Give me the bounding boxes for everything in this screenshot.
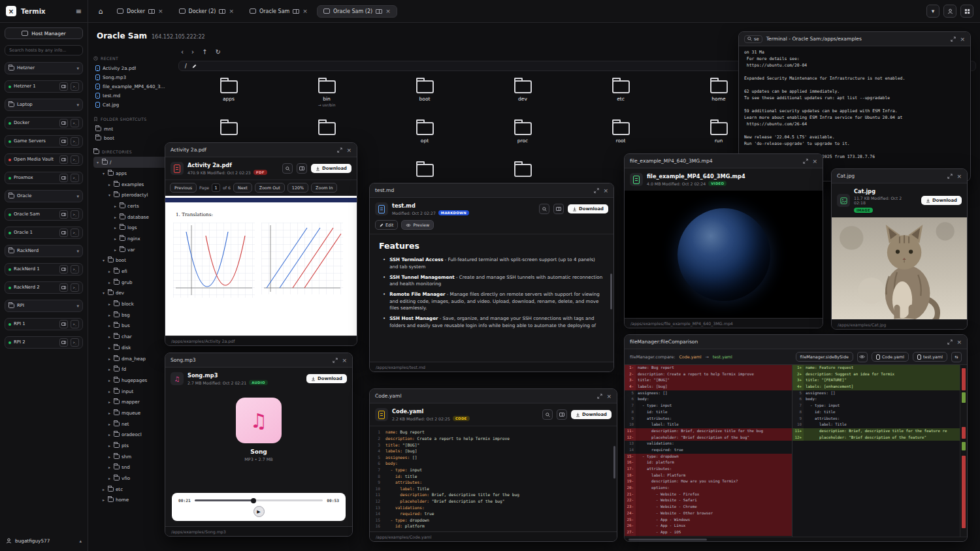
directory-tree-item[interactable]: ▸ net (93, 418, 169, 430)
back-icon[interactable]: ‹ (181, 48, 184, 55)
terminal-icon[interactable]: >_ (71, 82, 79, 91)
close-icon[interactable]: × (229, 8, 234, 14)
sidebar-row[interactable]: Open Media Vault ▾ >_ (5, 153, 83, 166)
directory-tree-item[interactable]: ▾ dev (93, 288, 169, 299)
split-icon[interactable] (219, 9, 225, 14)
close-icon[interactable]: × (302, 8, 308, 14)
chevron-down-icon[interactable]: ▾ (76, 249, 79, 254)
search-button[interactable] (282, 163, 293, 174)
chevron-icon[interactable]: ▸ (107, 182, 112, 187)
directory-tree-item[interactable]: ▸ vfio (93, 473, 169, 484)
zoom-out-button[interactable]: Zoom Out (255, 183, 285, 193)
sidebar-row[interactable]: RackNerd 2 ▾ >_ (5, 281, 83, 294)
download-button[interactable]: Download (921, 196, 962, 205)
terminal-icon[interactable]: >_ (71, 119, 79, 127)
tab-list-button[interactable]: ▾ (926, 5, 939, 18)
file-manager-icon[interactable] (59, 228, 68, 237)
chevron-down-icon[interactable]: ▾ (76, 194, 79, 199)
sidebar-row[interactable]: Oracle Sam ▾ >_ (5, 208, 83, 221)
close-icon[interactable]: × (812, 158, 817, 165)
panel-button[interactable] (557, 409, 567, 420)
search-button[interactable] (539, 204, 549, 214)
close-icon[interactable]: × (346, 147, 351, 153)
chevron-icon[interactable]: ▸ (107, 356, 112, 361)
file-manager-icon[interactable] (59, 119, 68, 127)
directory-tree-item[interactable]: ▸ block (93, 298, 169, 309)
chevron-icon[interactable]: ▸ (107, 454, 112, 459)
sidebar-row[interactable]: Laptop ▾ >_ (5, 99, 83, 111)
chevron-icon[interactable]: ▸ (107, 313, 112, 317)
side-by-side-button[interactable]: fileManager.sideBySide (796, 352, 853, 362)
sidebar-row[interactable]: RPI 1 ▾ >_ (5, 318, 83, 330)
recent-file-item[interactable]: test.md (93, 91, 169, 101)
horizontal-scrollbar[interactable] (625, 537, 967, 541)
expand-icon[interactable] (597, 394, 602, 399)
directory-tree-item[interactable]: ▸ pts (93, 440, 169, 451)
directory-tree-item[interactable]: ▸ home (93, 495, 169, 506)
up-icon[interactable]: ↑ (202, 48, 207, 55)
audio-titlebar[interactable]: Song.mp3 × (165, 353, 352, 368)
panel-button[interactable] (553, 204, 564, 214)
folder-item[interactable]: etc (572, 78, 670, 118)
expand-icon[interactable] (333, 358, 338, 363)
chevron-icon[interactable]: ▸ (101, 487, 106, 492)
home-tab-button[interactable]: ⌂ (93, 4, 108, 18)
markdown-titlebar[interactable]: test.md × (370, 183, 613, 198)
code-titlebar[interactable]: Code.yaml × (370, 389, 617, 403)
sidebar-row[interactable]: Game Servers ▾ >_ (5, 135, 83, 148)
chevron-icon[interactable]: ▸ (107, 367, 112, 371)
directory-tree-item[interactable]: ▸ grub (93, 277, 169, 288)
folder-item[interactable]: dev (474, 78, 572, 118)
close-icon[interactable]: × (956, 173, 962, 180)
close-icon[interactable]: × (606, 393, 612, 400)
diff-minimap[interactable] (960, 365, 967, 537)
sidebar-row[interactable]: RackNerd 1 ▾ >_ (5, 263, 83, 276)
close-icon[interactable]: × (342, 357, 347, 364)
chevron-icon[interactable]: ▸ (107, 323, 112, 328)
chevron-icon[interactable]: ▸ (101, 497, 106, 502)
terminal-search-input[interactable]: se (744, 35, 762, 43)
terminal-icon[interactable]: >_ (71, 228, 79, 237)
recent-file-item[interactable]: Cat.jpg (93, 101, 169, 110)
chevron-icon[interactable]: ▸ (107, 443, 112, 448)
pdf-titlebar[interactable]: Activity 2a.pdf × (165, 143, 357, 157)
chevron-icon[interactable]: ▸ (107, 411, 112, 415)
directory-tree-item[interactable]: ▸ shm (93, 451, 169, 462)
chevron-icon[interactable]: ▸ (113, 204, 118, 208)
close-icon[interactable]: × (956, 339, 962, 345)
scrollbar-thumb[interactable] (613, 446, 615, 479)
terminal-icon[interactable]: >_ (71, 155, 79, 164)
chevron-icon[interactable]: ▸ (107, 269, 112, 274)
host-manager-button[interactable]: Host Manager (5, 27, 83, 39)
open-left-file-button[interactable]: Code.yaml (872, 352, 909, 362)
download-button[interactable]: Download (571, 410, 612, 419)
split-icon[interactable] (293, 9, 299, 14)
apps-grid-button[interactable] (960, 5, 973, 18)
chevron-icon[interactable]: ▸ (107, 465, 112, 469)
chevron-icon[interactable]: ▾ (101, 171, 106, 176)
terminal-icon[interactable]: >_ (71, 265, 79, 274)
directory-tree-item[interactable]: ▸ logs (93, 222, 169, 233)
next-page-button[interactable]: Next (233, 183, 252, 193)
directory-tree-item[interactable]: ▾ apps (93, 168, 169, 179)
split-icon[interactable] (376, 9, 382, 14)
seek-slider[interactable] (195, 499, 323, 501)
chevron-icon[interactable]: ▸ (113, 247, 118, 252)
code-content[interactable]: 1 name: Bug report 2 description: Create… (370, 426, 617, 531)
directory-tree-item[interactable]: ▸ hugepages (93, 375, 169, 386)
toggle-view-button[interactable] (857, 352, 868, 362)
panel-button[interactable] (297, 163, 307, 174)
page-number-input[interactable]: 1 (212, 183, 220, 192)
file-manager-icon[interactable] (59, 155, 68, 164)
sidebar-row[interactable]: RPI ▾ >_ (5, 300, 83, 312)
chevron-icon[interactable]: ▸ (107, 422, 112, 426)
terminal-icon[interactable]: >_ (71, 320, 79, 328)
video-titlebar[interactable]: file_example_MP4_640_3MG.mp4 × (625, 154, 823, 168)
folder-item[interactable]: boot (376, 78, 474, 118)
directory-tree-item[interactable]: ▸ fd (93, 364, 169, 375)
image-content[interactable] (832, 217, 967, 319)
menu-icon[interactable]: ≡ (76, 7, 82, 16)
chevron-icon[interactable]: ▸ (107, 334, 112, 339)
refresh-icon[interactable]: ↻ (215, 48, 220, 55)
close-icon[interactable]: × (385, 8, 391, 14)
